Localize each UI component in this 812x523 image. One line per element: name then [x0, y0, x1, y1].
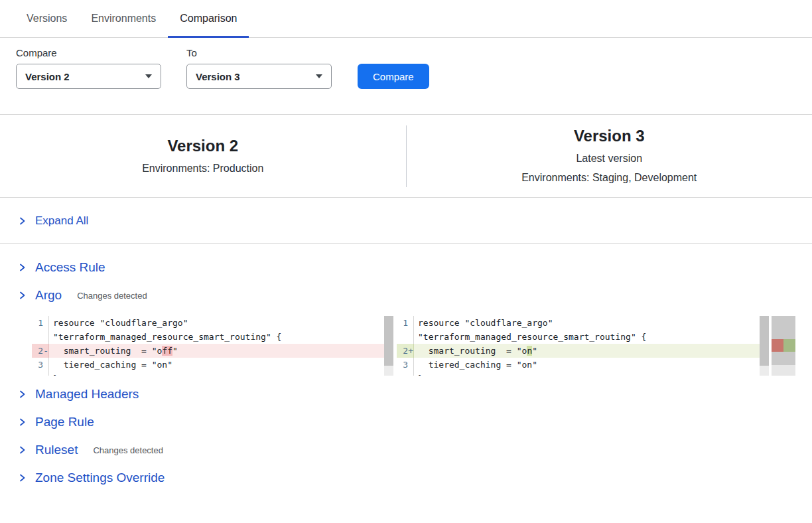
caret-down-icon [316, 74, 322, 78]
section-label: Managed Headers [35, 387, 139, 402]
section-label: Access Rule [35, 260, 105, 275]
tab-environments[interactable]: Environments [79, 0, 168, 37]
line-number: 3 [32, 358, 49, 372]
diff-pane-right: 1 resource "cloudflare_argo" "terraform_… [397, 316, 769, 376]
line-number [32, 330, 49, 344]
compare-from-select[interactable]: Version 2 [16, 64, 161, 89]
line-number: 1 [397, 316, 414, 330]
line-number: 2+ [397, 344, 414, 358]
compare-to-field: To Version 3 [186, 47, 332, 89]
section-label: Zone Settings Override [35, 471, 165, 485]
changes-detected-badge: Changes detected [77, 291, 147, 301]
caret-down-icon [145, 74, 152, 78]
version-left-environments: Environments: Production [0, 161, 406, 176]
version-right-title: Version 3 [407, 127, 812, 146]
version-headers: Version 2 Environments: Production Versi… [0, 115, 812, 197]
expand-all-button[interactable]: Expand All [0, 198, 812, 243]
chevron-right-icon [19, 474, 26, 482]
diff-pane-left: 1 resource "cloudflare_argo" "terraform_… [32, 316, 393, 376]
compare-from-value: Version 2 [25, 71, 70, 82]
section-ruleset[interactable]: Ruleset Changes detected [19, 443, 812, 457]
scrollbar[interactable] [384, 316, 393, 376]
version-left-title: Version 2 [0, 137, 406, 156]
compare-to-value: Version 3 [196, 71, 240, 82]
version-panel-right: Version 3 Latest version Environments: S… [407, 127, 812, 185]
line-number: 4 [32, 372, 49, 376]
scrollbar[interactable] [760, 316, 769, 376]
section-page-rule[interactable]: Page Rule [19, 415, 812, 429]
section-label: Ruleset [35, 443, 78, 457]
code-line: "terraform_managed_resource_smart_routin… [32, 330, 393, 344]
code-line: 4 } [32, 372, 393, 376]
section-label: Page Rule [35, 415, 94, 429]
tab-versions[interactable]: Versions [15, 0, 79, 37]
code-line: 1 resource "cloudflare_argo" [397, 316, 769, 330]
scrollbar-thumb[interactable] [384, 316, 393, 366]
added-code-line: 2+ smart_routing = "on" [397, 344, 769, 358]
line-number: 3 [397, 358, 414, 372]
minimap-deleted-marker [772, 339, 783, 352]
section-managed-headers[interactable]: Managed Headers [19, 387, 812, 402]
compare-label: Compare [16, 47, 161, 58]
code-line: "terraform_managed_resource_smart_routin… [397, 330, 769, 344]
line-number: 2- [32, 344, 49, 358]
line-number [397, 330, 414, 344]
tab-comparison[interactable]: Comparison [168, 0, 249, 37]
chevron-right-icon [19, 263, 26, 271]
deleted-code-line: 2- smart_routing = "off" [32, 344, 393, 358]
diff-minimap[interactable] [772, 316, 795, 376]
version-right-environments: Environments: Staging, Development [407, 171, 812, 185]
section-zone-settings-override[interactable]: Zone Settings Override [19, 471, 812, 485]
compare-to-select[interactable]: Version 3 [186, 64, 332, 89]
changes-detected-badge: Changes detected [93, 445, 163, 455]
line-number: 1 [32, 316, 49, 330]
to-label: To [186, 47, 332, 58]
line-number: 4 [397, 372, 414, 376]
compare-form: Compare Version 2 To Version 3 Compare [16, 47, 812, 89]
code-line: 1 resource "cloudflare_argo" [32, 316, 393, 330]
chevron-right-icon [19, 418, 26, 426]
chevron-right-icon [19, 291, 26, 299]
section-label: Argo [35, 288, 62, 303]
code-line: 4 } [397, 372, 769, 376]
divider [0, 243, 812, 244]
expand-all-label: Expand All [35, 214, 88, 228]
code-line: 3 tiered_caching = "on" [397, 358, 769, 372]
chevron-right-icon [19, 446, 26, 454]
section-access-rule[interactable]: Access Rule [19, 260, 812, 275]
code-line: 3 tiered_caching = "on" [32, 358, 393, 372]
argo-diff-viewer: 1 resource "cloudflare_argo" "terraform_… [32, 316, 812, 376]
section-argo[interactable]: Argo Changes detected [19, 288, 812, 303]
minimap-added-marker [783, 339, 795, 352]
tab-bar: Versions Environments Comparison [0, 0, 812, 38]
chevron-right-icon [19, 217, 26, 225]
version-panel-left: Version 2 Environments: Production [0, 137, 406, 175]
compare-from-field: Compare Version 2 [16, 47, 161, 89]
compare-button[interactable]: Compare [358, 64, 429, 89]
scrollbar-thumb[interactable] [760, 316, 769, 366]
version-right-subtitle: Latest version [407, 151, 812, 166]
chevron-right-icon [19, 390, 26, 398]
